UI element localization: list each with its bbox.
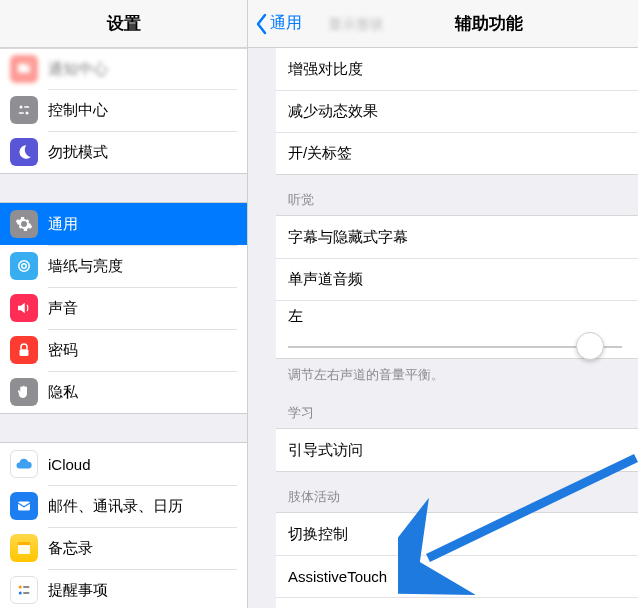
- cloud-icon: [10, 450, 38, 478]
- control-center-icon: [10, 96, 38, 124]
- row-switch-control[interactable]: 切换控制: [276, 513, 638, 555]
- row-label: AssistiveTouch: [288, 568, 387, 585]
- svg-point-7: [22, 264, 27, 269]
- svg-point-14: [19, 592, 22, 595]
- svg-rect-9: [18, 502, 30, 511]
- sidebar-item-label: 通用: [48, 215, 78, 234]
- sidebar-item-wallpaper[interactable]: 墙纸与亮度: [0, 245, 247, 287]
- gear-icon: [10, 210, 38, 238]
- sidebar-item-sounds[interactable]: 声音: [0, 287, 247, 329]
- detail-header: 通用 显示形状 辅助功能: [248, 0, 638, 48]
- sidebar-item-label: 墙纸与亮度: [48, 257, 123, 276]
- svg-rect-8: [20, 349, 29, 356]
- slider-track: [288, 346, 622, 348]
- settings-sidebar: 设置 通知中心 控制中心 勿扰模式: [0, 0, 248, 608]
- row-onoff-labels[interactable]: 开/关标签: [276, 132, 638, 174]
- sidebar-item-privacy[interactable]: 隐私: [0, 371, 247, 413]
- sidebar-item-label: 邮件、通讯录、日历: [48, 497, 183, 516]
- svg-point-4: [26, 112, 29, 115]
- section-hearing-label: 听觉: [276, 175, 638, 215]
- balance-footer: 调节左右声道的音量平衡。: [276, 359, 638, 388]
- chevron-left-icon: [254, 13, 268, 35]
- svg-point-12: [19, 586, 22, 589]
- row-mono-audio[interactable]: 单声道音频: [276, 258, 638, 300]
- notes-icon: [10, 534, 38, 562]
- svg-point-2: [20, 106, 23, 109]
- balance-left-label: 左: [288, 307, 303, 324]
- sidebar-item-label: 密码: [48, 341, 78, 360]
- row-contrast[interactable]: 增强对比度: [276, 48, 638, 90]
- notification-icon: [10, 55, 38, 83]
- sidebar-item-label: 隐私: [48, 383, 78, 402]
- section-physical-label: 肢体活动: [276, 472, 638, 512]
- sidebar-item-label: iCloud: [48, 456, 91, 473]
- sidebar-item-notification[interactable]: 通知中心: [0, 49, 247, 89]
- back-label: 通用: [270, 13, 302, 34]
- svg-rect-13: [23, 586, 29, 588]
- sidebar-title: 设置: [107, 12, 141, 35]
- sidebar-item-dnd[interactable]: 勿扰模式: [0, 131, 247, 173]
- row-label: 引导式访问: [288, 441, 363, 460]
- speaker-icon: [10, 294, 38, 322]
- sidebar-item-label: 控制中心: [48, 101, 108, 120]
- svg-rect-10: [18, 542, 30, 545]
- slider-thumb[interactable]: [576, 332, 604, 360]
- lock-icon: [10, 336, 38, 364]
- svg-rect-11: [18, 545, 30, 554]
- row-label: 增强对比度: [288, 60, 363, 79]
- svg-rect-15: [23, 592, 29, 594]
- section-learning-label: 学习: [276, 388, 638, 428]
- row-reduce-motion[interactable]: 减少动态效果: [276, 90, 638, 132]
- header-blur-behind: 显示形状: [328, 16, 384, 34]
- svg-point-6: [19, 261, 30, 272]
- row-balance-slider[interactable]: 左: [276, 300, 638, 358]
- back-button[interactable]: 通用: [254, 13, 302, 35]
- sidebar-item-general[interactable]: 通用: [0, 203, 247, 245]
- svg-point-1: [26, 63, 31, 68]
- row-guided-access[interactable]: 引导式访问: [276, 429, 638, 471]
- sidebar-item-passcode[interactable]: 密码: [0, 329, 247, 371]
- row-subtitles[interactable]: 字幕与隐藏式字幕: [276, 216, 638, 258]
- hand-icon: [10, 378, 38, 406]
- row-label: 字幕与隐藏式字幕: [288, 228, 408, 247]
- sidebar-item-mail[interactable]: 邮件、通讯录、日历: [0, 485, 247, 527]
- svg-rect-3: [24, 106, 29, 108]
- sidebar-item-icloud[interactable]: iCloud: [0, 443, 247, 485]
- sidebar-item-control-center[interactable]: 控制中心: [0, 89, 247, 131]
- moon-icon: [10, 138, 38, 166]
- row-label: 减少动态效果: [288, 102, 378, 121]
- sidebar-item-label: 提醒事项: [48, 581, 108, 600]
- sidebar-item-label: 勿扰模式: [48, 143, 108, 162]
- row-label: 单声道音频: [288, 270, 363, 289]
- wallpaper-icon: [10, 252, 38, 280]
- sidebar-item-label: 通知中心: [48, 60, 108, 79]
- svg-rect-5: [19, 112, 24, 114]
- row-label: 切换控制: [288, 525, 348, 544]
- row-home-click-speed[interactable]: 主屏幕按钮点按速度: [276, 597, 638, 608]
- sidebar-item-label: 声音: [48, 299, 78, 318]
- row-label: 开/关标签: [288, 144, 352, 163]
- mail-icon: [10, 492, 38, 520]
- reminders-icon: [10, 576, 38, 604]
- sidebar-header: 设置: [0, 0, 247, 48]
- row-assistive-touch[interactable]: AssistiveTouch: [276, 555, 638, 597]
- detail-pane: 通用 显示形状 辅助功能 增强对比度 减少动态效果 开/关标签 听觉 字幕与隐藏…: [248, 0, 638, 608]
- detail-title: 辅助功能: [455, 12, 523, 35]
- sidebar-item-notes[interactable]: 备忘录: [0, 527, 247, 569]
- sidebar-item-reminders[interactable]: 提醒事项: [0, 569, 247, 608]
- sidebar-item-label: 备忘录: [48, 539, 93, 558]
